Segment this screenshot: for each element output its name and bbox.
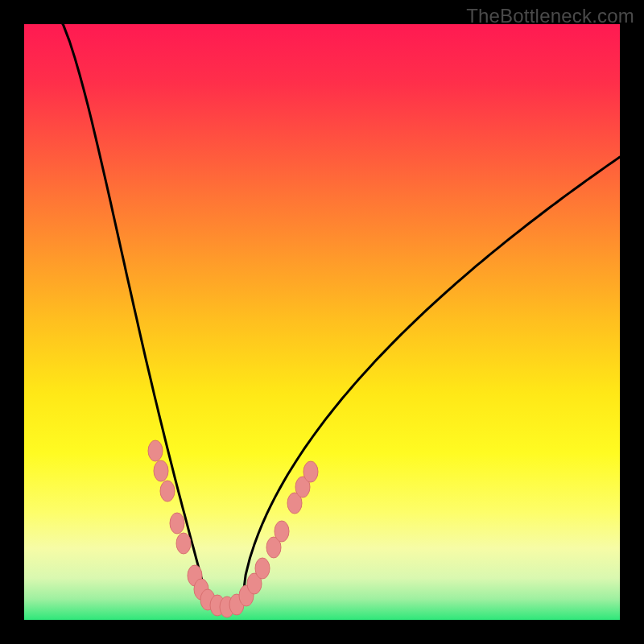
bottleneck-curve (52, 8, 620, 608)
curve-bead (275, 521, 289, 542)
curve-beads-right (239, 461, 318, 606)
curve-bead (154, 460, 168, 481)
curve-beads-left (148, 440, 244, 617)
curve-bead (303, 461, 318, 482)
bottleneck-curve-layer (24, 24, 620, 620)
chart-stage: TheBottleneck.com (0, 0, 644, 644)
curve-bead (170, 513, 184, 534)
curve-bead (255, 558, 270, 579)
curve-bead (160, 481, 175, 502)
curve-bead (148, 440, 163, 461)
curve-bead (176, 533, 191, 554)
